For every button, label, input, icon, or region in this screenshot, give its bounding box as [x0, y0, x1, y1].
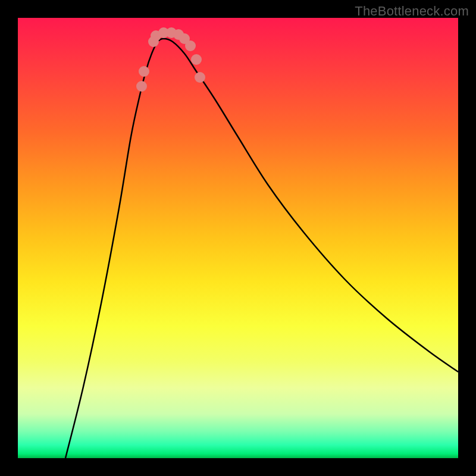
marker-dot [191, 54, 202, 65]
watermark-text: TheBottleneck.com [355, 4, 469, 19]
bottleneck-curve [65, 39, 458, 458]
curve-layer [18, 18, 458, 458]
marker-dot [139, 66, 149, 77]
highlight-markers [136, 27, 205, 92]
marker-dot [185, 40, 196, 51]
marker-dot [136, 81, 147, 92]
marker-dot [195, 72, 205, 83]
chart-frame: TheBottleneck.com [0, 0, 476, 476]
plot-area [18, 18, 458, 458]
